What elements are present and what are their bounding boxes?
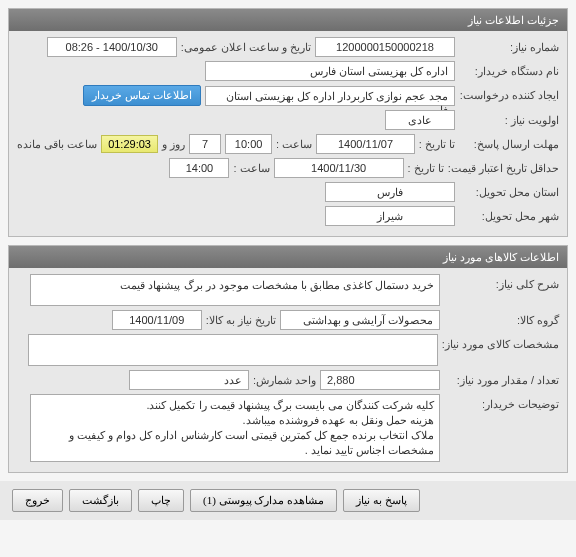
unit-label: واحد شمارش: xyxy=(253,374,316,387)
panel2-header: اطلاعات کالاهای مورد نیاز xyxy=(9,246,567,268)
note-value: کلیه شرکت کنندگان می بایست برگ پیشنهاد ق… xyxy=(30,394,440,462)
priority-label: اولویت نیاز : xyxy=(459,114,559,127)
buyer-value: اداره کل بهزیستی استان فارس xyxy=(205,61,455,81)
days-value: 7 xyxy=(189,134,221,154)
spec-value xyxy=(28,334,438,366)
countdown-timer: 01:29:03 xyxy=(101,135,158,153)
days-label: روز و xyxy=(162,138,185,151)
group-value: محصولات آرایشی و بهداشتی xyxy=(280,310,440,330)
spec-label: مشخصات کالای مورد نیاز: xyxy=(442,334,559,351)
unit-value: عدد xyxy=(129,370,249,390)
row-province: استان محل تحویل: فارس xyxy=(17,182,559,202)
priority-value: عادی xyxy=(385,110,455,130)
row-qty: تعداد / مقدار مورد نیاز: 2,880 واحد شمار… xyxy=(17,370,559,390)
price-validity-time: 14:00 xyxy=(169,158,229,178)
row-price-validity: حداقل تاریخ اعتبار قیمت: تا تاریخ : 1400… xyxy=(17,158,559,178)
qty-value: 2,880 xyxy=(320,370,440,390)
price-validity-label: حداقل تاریخ اعتبار قیمت: xyxy=(448,162,559,175)
need-date-value: 1400/11/09 xyxy=(112,310,202,330)
panel1-title: جزئیات اطلاعات نیاز xyxy=(468,14,559,26)
panel2-title: اطلاعات کالاهای مورد نیاز xyxy=(443,251,559,263)
to-date-label: تا تاریخ : xyxy=(419,138,455,151)
need-date-label: تاریخ نیاز به کالا: xyxy=(206,314,276,327)
city-value: شیراز xyxy=(325,206,455,226)
deadline-send-label: مهلت ارسال پاسخ: xyxy=(459,138,559,151)
need-no-label: شماره نیاز: xyxy=(459,41,559,54)
reply-button[interactable]: پاسخ به نیاز xyxy=(343,489,420,512)
remain-label: ساعت باقی مانده xyxy=(17,138,97,151)
requester-label: ایجاد کننده درخواست: xyxy=(459,89,559,102)
row-need-no: شماره نیاز: 1200000150000218 تاریخ و ساع… xyxy=(17,37,559,57)
goods-info-panel: اطلاعات کالاهای مورد نیاز شرح کلی نیاز: … xyxy=(8,245,568,473)
note-label: توضیحات خریدار: xyxy=(444,394,559,411)
public-announce-label: تاریخ و ساعت اعلان عمومی: xyxy=(181,41,311,54)
panel2-body: شرح کلی نیاز: خرید دستمال کاغذی مطابق با… xyxy=(9,268,567,472)
row-buyer: نام دستگاه خریدار: اداره کل بهزیستی استا… xyxy=(17,61,559,81)
group-label: گروه کالا: xyxy=(444,314,559,327)
need-details-panel: جزئیات اطلاعات نیاز شماره نیاز: 12000001… xyxy=(8,8,568,237)
desc-label: شرح کلی نیاز: xyxy=(444,274,559,291)
desc-value: خرید دستمال کاغذی مطابق با مشخصات موجود … xyxy=(30,274,440,306)
exit-button[interactable]: خروج xyxy=(12,489,63,512)
print-button[interactable]: چاپ xyxy=(138,489,184,512)
contact-buyer-button[interactable]: اطلاعات تماس خریدار xyxy=(83,85,201,106)
to-date-label2: تا تاریخ : xyxy=(408,162,444,175)
row-requester: ایجاد کننده درخواست: مجد عجم نوازی کاربر… xyxy=(17,85,559,106)
public-announce-value: 1400/10/30 - 08:26 xyxy=(47,37,177,57)
row-city: شهر محل تحویل: شیراز xyxy=(17,206,559,226)
row-priority: اولویت نیاز : عادی xyxy=(17,110,559,130)
row-group: گروه کالا: محصولات آرایشی و بهداشتی تاری… xyxy=(17,310,559,330)
row-note: توضیحات خریدار: کلیه شرکت کنندگان می بای… xyxy=(17,394,559,462)
need-no-value: 1200000150000218 xyxy=(315,37,455,57)
panel1-header: جزئیات اطلاعات نیاز xyxy=(9,9,567,31)
time-label2: ساعت : xyxy=(233,162,269,175)
city-label: شهر محل تحویل: xyxy=(459,210,559,223)
row-deadline: مهلت ارسال پاسخ: تا تاریخ : 1400/11/07 س… xyxy=(17,134,559,154)
deadline-date-value: 1400/11/07 xyxy=(316,134,415,154)
deadline-time-value: 10:00 xyxy=(225,134,272,154)
time-label: ساعت : xyxy=(276,138,312,151)
buyer-label: نام دستگاه خریدار: xyxy=(459,65,559,78)
attachments-button[interactable]: مشاهده مدارک پیوستی (1) xyxy=(190,489,337,512)
qty-label: تعداد / مقدار مورد نیاز: xyxy=(444,374,559,387)
requester-value: مجد عجم نوازی کاربردار اداره کل بهزیستی … xyxy=(205,86,455,106)
province-label: استان محل تحویل: xyxy=(459,186,559,199)
row-spec: مشخصات کالای مورد نیاز: xyxy=(17,334,559,366)
price-validity-date: 1400/11/30 xyxy=(274,158,404,178)
province-value: فارس xyxy=(325,182,455,202)
footer-bar: خروج بازگشت چاپ مشاهده مدارک پیوستی (1) … xyxy=(0,481,576,520)
back-button[interactable]: بازگشت xyxy=(69,489,132,512)
panel1-body: شماره نیاز: 1200000150000218 تاریخ و ساع… xyxy=(9,31,567,236)
row-desc: شرح کلی نیاز: خرید دستمال کاغذی مطابق با… xyxy=(17,274,559,306)
